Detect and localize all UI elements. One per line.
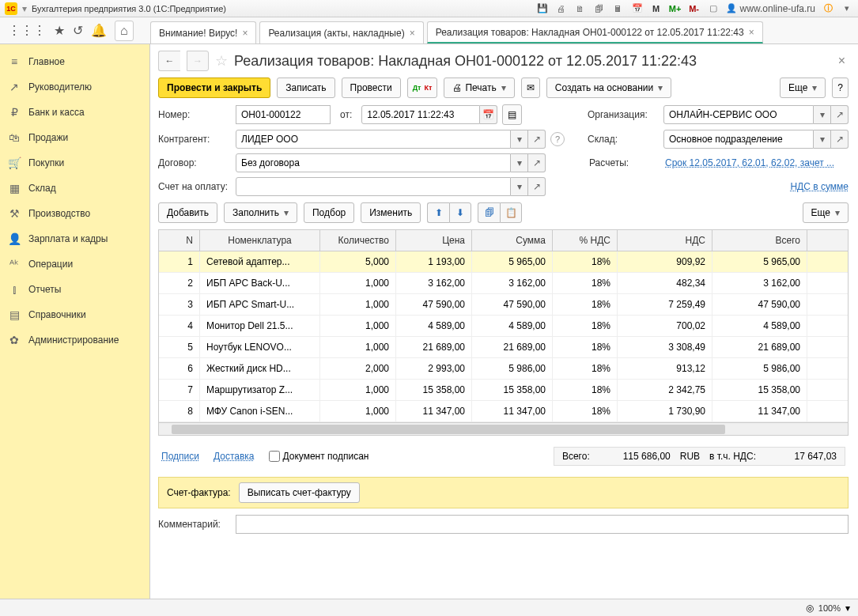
sidebar-item-0[interactable]: ≡Главное: [0, 49, 149, 74]
invoice-dropdown-icon[interactable]: ▾: [511, 177, 528, 196]
user-label[interactable]: 👤 www.online-ufa.ru: [726, 3, 815, 14]
window-menu-icon[interactable]: ▾: [841, 2, 853, 15]
sidebar-item-6[interactable]: ⚒Производство: [0, 201, 149, 226]
memory-m-icon[interactable]: M: [650, 2, 663, 15]
change-button[interactable]: Изменить: [361, 202, 421, 223]
move-down-button[interactable]: ⬇: [449, 202, 471, 223]
fill-button[interactable]: Заполнить ▾: [224, 202, 297, 223]
tab-close-0[interactable]: ×: [242, 28, 248, 39]
dropdown-icon[interactable]: ▾: [22, 3, 27, 14]
sidebar-item-5[interactable]: ▦Склад: [0, 176, 149, 201]
print-button[interactable]: 🖨 Печать ▾: [444, 77, 514, 98]
tab-1[interactable]: Реализация (акты, накладные)×: [259, 21, 423, 43]
contract-dropdown-icon[interactable]: ▾: [511, 153, 528, 172]
sidebar-item-3[interactable]: 🛍Продажи: [0, 125, 149, 150]
sidebar-item-7[interactable]: 👤Зарплата и кадры: [0, 226, 149, 251]
home-icon[interactable]: ⌂: [115, 21, 134, 41]
org-input[interactable]: [663, 105, 814, 124]
post-close-button[interactable]: Провести и закрыть: [158, 77, 270, 98]
table-row[interactable]: 2ИБП APC Back-U...1,0003 162,003 162,001…: [159, 273, 848, 294]
col-n[interactable]: N: [159, 230, 200, 251]
dk-icon-button[interactable]: ДтКт: [407, 77, 438, 98]
tab-2[interactable]: Реализация товаров: Накладная ОН01-00012…: [427, 21, 763, 43]
nav-forward-button[interactable]: →: [187, 51, 209, 71]
contract-input[interactable]: [236, 153, 511, 172]
table-row[interactable]: 8МФУ Canon i-SEN...1,00011 347,0011 347,…: [159, 401, 848, 422]
preview-icon[interactable]: 🗎: [574, 2, 587, 15]
horizontal-scrollbar[interactable]: [159, 422, 848, 435]
date-input[interactable]: [361, 105, 480, 124]
info-icon[interactable]: ⓘ: [822, 2, 834, 15]
nav-back-button[interactable]: ←: [158, 51, 180, 71]
apps-icon[interactable]: ⋮⋮⋮: [8, 23, 46, 38]
table-row[interactable]: 1Сетевой адаптер...5,0001 193,005 965,00…: [159, 251, 848, 273]
col-sum[interactable]: Сумма: [472, 230, 553, 251]
delivery-link[interactable]: Доставка: [214, 451, 255, 462]
calc-icon[interactable]: 🖩: [612, 2, 625, 15]
tab-close-1[interactable]: ×: [410, 28, 415, 39]
sidebar-item-1[interactable]: ↗Руководителю: [0, 74, 149, 100]
sidebar-item-8[interactable]: ᴬᵏОперации: [0, 251, 149, 277]
contract-open-icon[interactable]: ↗: [528, 153, 546, 172]
add-row-button[interactable]: Добавить: [158, 202, 217, 223]
org-dropdown-icon[interactable]: ▾: [814, 105, 831, 124]
contragent-dropdown-icon[interactable]: ▾: [511, 130, 528, 149]
tab-0[interactable]: Внимание! Вирус!×: [150, 21, 256, 43]
tab-close-2[interactable]: ×: [749, 27, 754, 38]
table-row[interactable]: 3ИБП APC Smart-U...1,00047 590,0047 590,…: [159, 294, 848, 316]
sidebar-item-4[interactable]: 🛒Покупки: [0, 150, 149, 176]
calendar-icon[interactable]: 📅: [631, 2, 644, 15]
sidebar-item-11[interactable]: ✿Администрирование: [0, 327, 149, 353]
window-icon[interactable]: ▢: [707, 2, 720, 15]
favorite-icon[interactable]: ★: [54, 23, 65, 38]
more-button[interactable]: Еще ▾: [780, 77, 826, 98]
sklad-input[interactable]: [663, 130, 814, 149]
help-button[interactable]: ?: [832, 77, 849, 98]
col-price[interactable]: Цена: [396, 230, 472, 251]
col-vatpercent[interactable]: % НДС: [553, 230, 618, 251]
memory-mminus-icon[interactable]: M-: [688, 2, 701, 15]
col-total[interactable]: Всего: [712, 230, 807, 251]
table-row[interactable]: 6Жесткий диск HD...2,0002 993,005 986,00…: [159, 358, 848, 380]
sklad-open-icon[interactable]: ↗: [831, 130, 849, 149]
comment-input[interactable]: [236, 515, 849, 534]
doctype-button[interactable]: ▤: [502, 104, 522, 125]
contragent-help-icon[interactable]: ?: [550, 132, 565, 146]
invoice-input[interactable]: [236, 177, 511, 196]
signed-checkbox[interactable]: Документ подписан: [269, 451, 369, 462]
col-vat[interactable]: НДС: [618, 230, 712, 251]
print-icon[interactable]: 🖨: [555, 2, 568, 15]
table-row[interactable]: 5Ноутбук LENOVO...1,00021 689,0021 689,0…: [159, 337, 848, 358]
col-nomenclature[interactable]: Номенклатура: [200, 230, 320, 251]
sidebar-item-2[interactable]: ₽Банк и касса: [0, 100, 149, 125]
contragent-input[interactable]: [236, 130, 511, 149]
invoice-open-icon[interactable]: ↗: [528, 177, 546, 196]
table-row[interactable]: 7Маршрутизатор Z...1,00015 358,0015 358,…: [159, 380, 848, 401]
pick-button[interactable]: Подбор: [304, 202, 354, 223]
memory-mplus-icon[interactable]: M+: [669, 2, 682, 15]
notifications-icon[interactable]: 🔔: [91, 23, 107, 38]
number-input[interactable]: [236, 105, 331, 124]
write-invoice-button[interactable]: Выписать счет-фактуру: [239, 482, 360, 503]
move-up-button[interactable]: ⬆: [427, 202, 449, 223]
signatures-link[interactable]: Подписи: [161, 451, 199, 462]
paste-button[interactable]: 📋: [500, 202, 522, 223]
calendar-button[interactable]: 📅: [480, 105, 497, 124]
sklad-dropdown-icon[interactable]: ▾: [814, 130, 831, 149]
history-icon[interactable]: ↺: [73, 23, 83, 38]
write-button[interactable]: Записать: [277, 77, 335, 98]
create-on-button[interactable]: Создать на основании ▾: [546, 77, 672, 98]
close-doc-button[interactable]: ×: [835, 54, 849, 68]
vat-link[interactable]: НДС в сумме: [790, 181, 849, 192]
compare-icon[interactable]: 🗐: [593, 2, 606, 15]
save-icon[interactable]: 💾: [536, 2, 549, 15]
zoom-dropdown-icon[interactable]: ▾: [845, 603, 850, 614]
copy-button[interactable]: 🗐: [478, 202, 500, 223]
col-qty[interactable]: Количество: [320, 230, 396, 251]
calc-link[interactable]: Срок 12.05.2017, 62.01, 62.02, зачет ...: [665, 157, 849, 168]
sidebar-item-9[interactable]: ⫿Отчеты: [0, 277, 149, 302]
contragent-open-icon[interactable]: ↗: [528, 130, 546, 149]
post-button[interactable]: Провести: [342, 77, 401, 98]
table-row[interactable]: 4Монитор Dell 21.5...1,0004 589,004 589,…: [159, 316, 848, 337]
email-button[interactable]: ✉: [521, 77, 540, 98]
